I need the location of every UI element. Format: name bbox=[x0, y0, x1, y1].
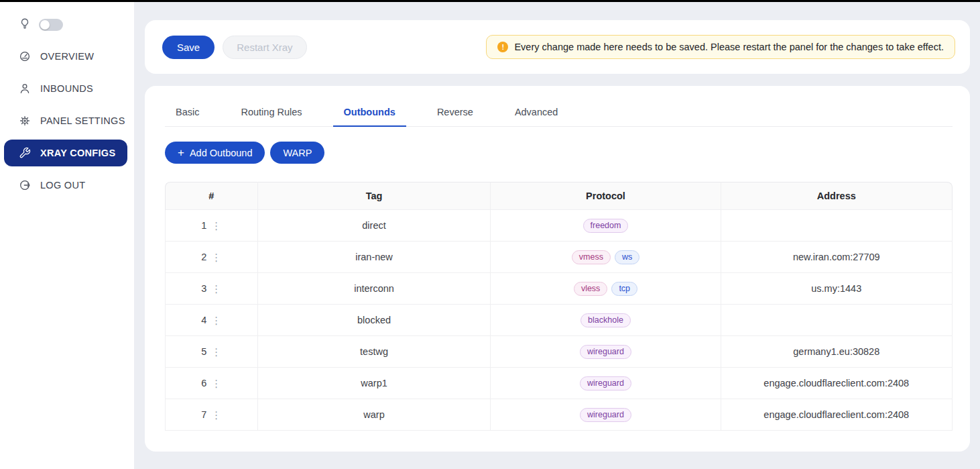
table-row: 3⋮interconnvlesstcpus.my:1443 bbox=[165, 273, 953, 305]
row-menu-icon[interactable]: ⋮ bbox=[211, 378, 221, 388]
table-row: 1⋮directfreedom bbox=[165, 210, 953, 242]
protocol-badge: wireguard bbox=[580, 376, 631, 390]
tag-cell: iran-new bbox=[258, 242, 491, 273]
tag-cell: testwg bbox=[258, 336, 491, 368]
table-row: 7⋮warpwireguardengage.cloudflareclient.c… bbox=[165, 399, 953, 431]
row-number-cell: 1⋮ bbox=[165, 210, 258, 242]
protocol-cell: wireguard bbox=[491, 336, 721, 368]
add-outbound-label: Add Outbound bbox=[190, 148, 253, 158]
row-number: 3 bbox=[201, 283, 206, 294]
row-number-cell: 3⋮ bbox=[165, 273, 258, 305]
protocol-badge: tcp bbox=[611, 282, 637, 296]
row-number-cell: 2⋮ bbox=[165, 242, 258, 273]
tab-reverse[interactable]: Reverse bbox=[426, 99, 484, 126]
toggle-knob bbox=[40, 20, 50, 30]
sidebar: OVERVIEWINBOUNDSPANEL SETTINGSXRAY CONFI… bbox=[0, 2, 134, 469]
add-outbound-button[interactable]: + Add Outbound bbox=[165, 142, 265, 164]
row-number-cell: 6⋮ bbox=[165, 368, 258, 399]
sidebar-item-xray-configs[interactable]: XRAY CONFIGS bbox=[4, 140, 127, 166]
user-icon bbox=[19, 83, 31, 95]
sidebar-item-log-out[interactable]: LOG OUT bbox=[4, 172, 127, 199]
table-actions: + Add Outbound WARP bbox=[165, 142, 953, 164]
table-row: 5⋮testwgwireguardgermany1.eu:30828 bbox=[165, 336, 953, 368]
protocol-cell: wireguard bbox=[491, 368, 721, 399]
restart-xray-button[interactable]: Restart Xray bbox=[223, 36, 306, 59]
table-row: 2⋮iran-newvmesswsnew.iran.com:27709 bbox=[165, 242, 953, 273]
address-cell: engage.cloudflareclient.com:2408 bbox=[721, 399, 953, 431]
protocol-badge: blackhole bbox=[580, 313, 631, 327]
table-header-row: #TagProtocolAddress bbox=[165, 182, 953, 210]
warning-icon: ! bbox=[497, 42, 508, 52]
sidebar-item-label: OVERVIEW bbox=[40, 51, 94, 62]
row-menu-icon[interactable]: ⋮ bbox=[211, 284, 221, 294]
tab-bar: BasicRouting RulesOutboundsReverseAdvanc… bbox=[165, 99, 953, 127]
row-number-cell: 4⋮ bbox=[165, 305, 258, 336]
tab-routing-rules[interactable]: Routing Rules bbox=[230, 99, 312, 126]
row-number: 5 bbox=[201, 346, 206, 357]
protocol-cell: blackhole bbox=[491, 305, 721, 336]
tab-outbounds[interactable]: Outbounds bbox=[333, 99, 406, 126]
toolbar-card: Save Restart Xray ! Every change made he… bbox=[145, 20, 970, 74]
protocol-badge: freedom bbox=[583, 219, 629, 233]
tag-cell: blocked bbox=[258, 305, 491, 336]
protocol-cell: freedom bbox=[491, 210, 721, 242]
column-header-num: # bbox=[165, 182, 258, 210]
address-cell: germany1.eu:30828 bbox=[721, 336, 953, 368]
tab-basic[interactable]: Basic bbox=[165, 99, 210, 126]
protocol-cell: vlesstcp bbox=[491, 273, 721, 305]
protocol-badge: wireguard bbox=[580, 408, 631, 422]
save-button[interactable]: Save bbox=[162, 36, 215, 59]
row-menu-icon[interactable]: ⋮ bbox=[211, 252, 221, 262]
configs-card: BasicRouting RulesOutboundsReverseAdvanc… bbox=[145, 86, 970, 452]
protocol-badge: wireguard bbox=[580, 345, 631, 359]
sidebar-item-label: INBOUNDS bbox=[40, 83, 93, 94]
protocol-badge: vmess bbox=[572, 250, 611, 264]
window-top-edge bbox=[0, 0, 980, 2]
sidebar-nav: OVERVIEWINBOUNDSPANEL SETTINGSXRAY CONFI… bbox=[0, 43, 134, 199]
table-row: 6⋮warp1wireguardengage.cloudflareclient.… bbox=[165, 368, 953, 399]
sidebar-item-label: PANEL SETTINGS bbox=[40, 115, 125, 126]
column-header-protocol: Protocol bbox=[491, 182, 721, 210]
tag-cell: warp1 bbox=[258, 368, 491, 399]
tag-cell: warp bbox=[258, 399, 491, 431]
protocol-cell: vmessws bbox=[491, 242, 721, 273]
warning-text: Every change made here needs to be saved… bbox=[514, 42, 944, 52]
table-row: 4⋮blockedblackhole bbox=[165, 305, 953, 336]
tag-cell: interconn bbox=[258, 273, 491, 305]
gear-icon bbox=[19, 115, 31, 127]
row-number: 6 bbox=[201, 378, 206, 388]
address-cell: us.my:1443 bbox=[721, 273, 953, 305]
sidebar-item-label: XRAY CONFIGS bbox=[40, 148, 115, 158]
row-number: 4 bbox=[201, 315, 206, 325]
outbounds-table: #TagProtocolAddress 1⋮directfreedom2⋮ira… bbox=[165, 182, 953, 431]
dashboard-icon bbox=[19, 50, 31, 62]
tag-cell: direct bbox=[258, 210, 491, 242]
sidebar-item-inbounds[interactable]: INBOUNDS bbox=[4, 75, 127, 102]
outbounds-table-wrap: #TagProtocolAddress 1⋮directfreedom2⋮ira… bbox=[165, 182, 953, 431]
sidebar-item-panel-settings[interactable]: PANEL SETTINGS bbox=[4, 107, 127, 134]
row-menu-icon[interactable]: ⋮ bbox=[211, 315, 221, 325]
address-cell bbox=[721, 210, 953, 242]
plus-icon: + bbox=[178, 147, 184, 158]
row-number: 1 bbox=[201, 220, 206, 231]
address-cell: engage.cloudflareclient.com:2408 bbox=[721, 368, 953, 399]
row-menu-icon[interactable]: ⋮ bbox=[211, 221, 221, 231]
lightbulb-icon bbox=[19, 17, 31, 32]
column-header-tag: Tag bbox=[258, 182, 491, 210]
dark-mode-toggle[interactable] bbox=[39, 19, 63, 31]
address-cell bbox=[721, 305, 953, 336]
row-number-cell: 5⋮ bbox=[165, 336, 258, 368]
tab-advanced[interactable]: Advanced bbox=[504, 99, 569, 126]
toolbar-buttons: Save Restart Xray bbox=[162, 36, 307, 59]
row-number: 7 bbox=[201, 409, 206, 420]
row-menu-icon[interactable]: ⋮ bbox=[211, 410, 221, 420]
main-content: Save Restart Xray ! Every change made he… bbox=[134, 2, 980, 469]
row-menu-icon[interactable]: ⋮ bbox=[211, 347, 221, 357]
sidebar-item-label: LOG OUT bbox=[40, 180, 85, 191]
warp-button[interactable]: WARP bbox=[270, 142, 324, 164]
logout-icon bbox=[19, 179, 31, 191]
protocol-badge: vless bbox=[574, 282, 607, 296]
row-number: 2 bbox=[201, 252, 206, 262]
sidebar-item-overview[interactable]: OVERVIEW bbox=[4, 43, 127, 70]
protocol-cell: wireguard bbox=[491, 399, 721, 431]
